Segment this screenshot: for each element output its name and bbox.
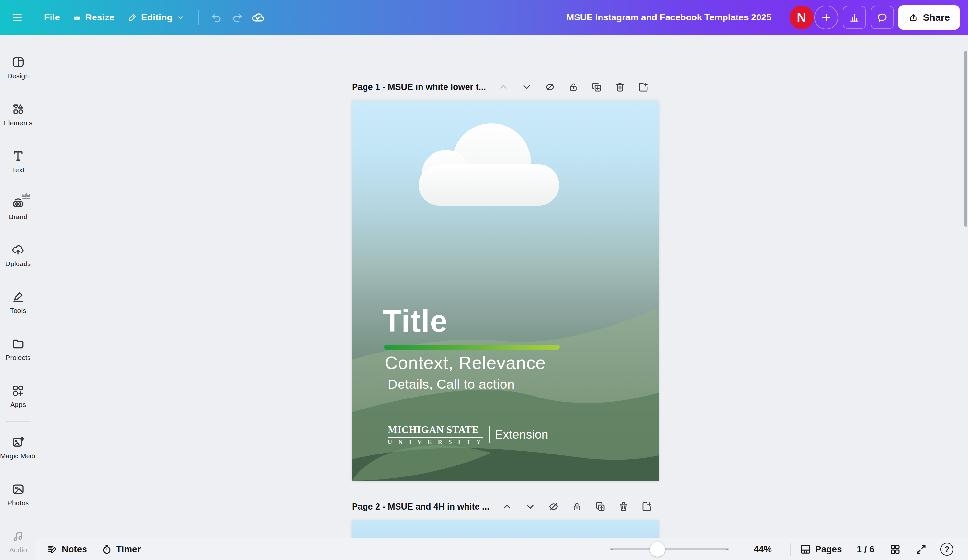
grid-view-icon[interactable] [888,542,902,557]
page2-controls [501,501,653,512]
sidebar-item-brand[interactable]: Brand [0,185,36,232]
msu-logo-line2: U N I V E R S I T Y [388,439,483,446]
pages-icon [800,543,811,555]
design-details-text[interactable]: Details, Call to action [388,377,515,392]
msu-logo-rule [388,437,483,437]
pages-panel-button[interactable]: Pages [800,543,842,555]
duplicate-icon[interactable] [591,81,602,93]
sidebar-item-elements[interactable]: Elements [0,91,36,138]
add-member-button[interactable] [814,5,838,30]
sidebar-item-design[interactable]: Design [0,44,36,91]
resize-button[interactable]: Resize [66,7,121,28]
zoom-slider[interactable] [610,538,729,560]
file-menu-label: File [44,12,60,23]
move-up-icon[interactable] [497,81,509,93]
sidebar-item-audio[interactable]: Audio [0,518,36,560]
footer-divider [790,542,791,556]
insights-button[interactable] [843,6,866,29]
canva-editor: File Resize Editing [0,0,968,560]
comment-icon [876,12,888,23]
help-icon[interactable]: ? [940,543,953,556]
cloud-check-icon[interactable] [248,7,269,28]
timer-icon [101,544,112,555]
sidebar-item-photos[interactable]: Photos [0,471,36,518]
document-title[interactable]: MSUE Instagram and Facebook Templates 20… [567,12,771,23]
sidebar-item-uploads[interactable]: Uploads [0,232,36,279]
page2-header: Page 2 - MSUE and 4H in white ... [352,499,659,514]
chevron-down-icon [176,13,185,22]
sidebar-item-projects[interactable]: Projects [0,326,36,373]
audio-icon [11,529,25,543]
apps-icon [11,384,25,398]
design-subtitle-text[interactable]: Context, Relevance [385,353,546,373]
add-page-icon[interactable] [641,501,653,512]
zoom-slider-handle[interactable] [650,542,665,557]
projects-icon [11,337,25,351]
zoom-percent[interactable]: 44% [744,544,772,555]
top-toolbar: File Resize Editing [0,0,968,35]
avatar[interactable]: N [790,5,814,30]
hide-icon[interactable] [544,81,556,93]
hide-icon[interactable] [548,501,559,512]
design-page-1[interactable]: Title Context, Relevance Details, Call t… [352,101,659,481]
notes-label: Notes [62,544,87,555]
move-down-icon[interactable] [521,81,532,93]
design-icon [11,55,25,69]
vertical-scrollbar[interactable] [965,51,967,227]
fullscreen-icon[interactable] [914,542,928,557]
sidebar-divider [5,421,31,422]
timer-label: Timer [116,544,141,555]
comments-button[interactable] [870,6,894,29]
photos-icon [11,482,25,496]
sidebar-item-apps[interactable]: Apps [0,373,36,419]
toolbar-divider [199,10,199,25]
file-menu-button[interactable]: File [38,7,66,28]
resize-label: Resize [85,12,114,23]
undo-icon[interactable] [206,7,227,28]
msu-extension-logo[interactable]: MICHIGAN STATE U N I V E R S I T Y Exten… [388,424,549,446]
msu-logo-divider [489,426,490,444]
page1-title[interactable]: Page 1 - MSUE in white lower t... [352,82,486,92]
premium-crown-icon [20,189,33,202]
page-indicator: 1 / 6 [857,544,874,555]
page1-controls [497,81,649,93]
lock-icon[interactable] [567,81,579,93]
zoom-slider-track[interactable] [610,548,729,550]
share-label: Share [923,12,950,23]
add-page-icon[interactable] [637,81,649,93]
share-upload-icon [908,12,918,23]
move-up-icon[interactable] [501,501,513,512]
redo-icon[interactable] [227,7,248,28]
notes-button[interactable]: Notes [47,544,87,555]
elements-icon [11,102,25,116]
bar-chart-icon [849,12,860,23]
delete-icon[interactable] [618,501,629,512]
timer-button[interactable]: Timer [101,544,141,555]
plus-icon [821,12,832,23]
page1-header: Page 1 - MSUE in white lower t... [352,80,659,94]
tools-icon [11,290,25,304]
editing-mode-button[interactable]: Editing [121,7,191,28]
lock-icon[interactable] [571,501,583,512]
share-button[interactable]: Share [898,5,960,30]
design-page-2[interactable] [352,520,659,539]
design-title-text[interactable]: Title [383,306,448,336]
move-down-icon[interactable] [524,501,536,512]
sidebar-item-tools[interactable]: Tools [0,279,36,326]
uploads-icon [11,243,25,257]
msu-logo-extension: Extension [495,428,549,442]
sidebar-item-magic-media[interactable]: Magic Media [0,424,36,471]
text-icon [11,149,25,163]
magic-media-icon [11,436,25,449]
delete-icon[interactable] [614,81,626,93]
accent-bar[interactable] [384,345,560,350]
pencil-icon [128,13,137,22]
page2-title[interactable]: Page 2 - MSUE and 4H in white ... [352,502,489,512]
editing-mode-label: Editing [141,12,172,23]
object-panel-sidebar: Design Elements Text Brand Uploads Tools… [0,35,36,560]
duplicate-icon[interactable] [594,501,606,512]
sidebar-item-text[interactable]: Text [0,138,36,185]
notes-icon [47,544,58,555]
cloud-illustration [419,123,559,205]
menu-icon[interactable] [6,6,28,29]
